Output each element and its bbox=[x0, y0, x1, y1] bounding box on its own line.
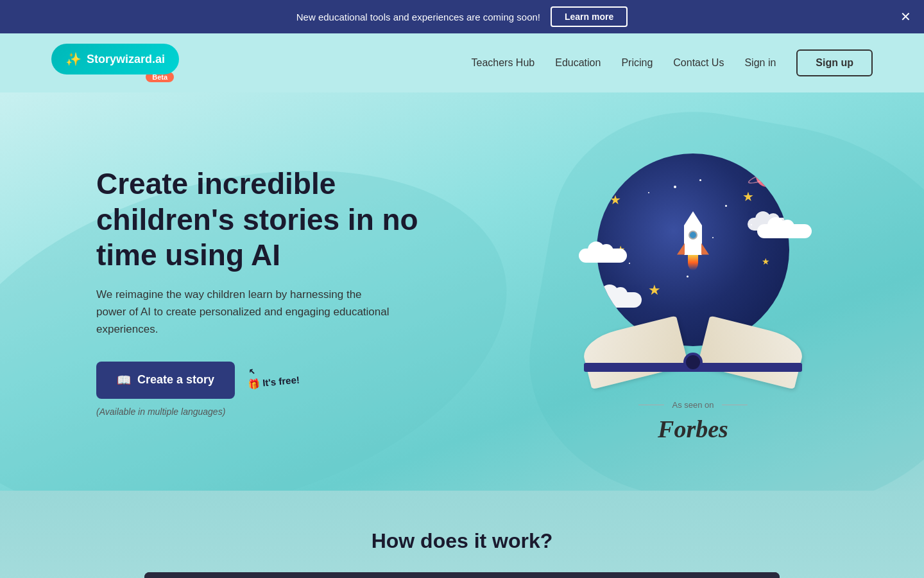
rocket-tip bbox=[684, 211, 702, 225]
arrow-icon: ↖ bbox=[247, 366, 255, 377]
star-2 bbox=[648, 192, 649, 193]
gift-icon: 🎁 bbox=[247, 377, 260, 389]
how-title: How does it work? bbox=[51, 529, 873, 553]
nav-item-education[interactable]: Education bbox=[555, 57, 601, 69]
rocket-window bbox=[689, 231, 697, 240]
logo[interactable]: ✨ Storywizard.ai bbox=[51, 44, 179, 74]
free-annotation: ↖ 🎁 It's free! bbox=[248, 362, 300, 388]
hero-subtitle: We reimagine the way children learn by h… bbox=[96, 286, 391, 338]
forbes-logo-text: Forbes bbox=[658, 415, 728, 443]
nav-links: Teachers Hub Education Pricing Contact U… bbox=[471, 49, 873, 76]
cta-area: 📖 Create a story ↖ 🎁 It's free! (Availab… bbox=[96, 362, 456, 417]
night-sky-circle: ★ ★ ★ ★ ★ bbox=[597, 153, 789, 346]
contact-link[interactable]: Contact Us bbox=[673, 57, 724, 68]
star-3 bbox=[725, 205, 727, 207]
wizard-icon: ✨ bbox=[65, 51, 81, 67]
signin-link[interactable]: Sign in bbox=[744, 57, 776, 68]
star-8 bbox=[712, 237, 714, 238]
announcement-banner: New educational tools and experiences ar… bbox=[0, 0, 924, 33]
hero-section: Create incredible children's stories in … bbox=[0, 92, 924, 491]
star-9 bbox=[687, 276, 689, 277]
gold-star-5: ★ bbox=[762, 256, 770, 267]
gold-star-1: ★ bbox=[610, 192, 621, 207]
hero-right: ★ ★ ★ ★ ★ bbox=[558, 141, 828, 443]
main-nav: ✨ Storywizard.ai Beta Teachers Hub Educa… bbox=[0, 33, 924, 92]
video-header: ✨ Storywizard - Be the hero! ↗ Share bbox=[144, 572, 780, 578]
logo-container: ✨ Storywizard.ai Beta bbox=[51, 44, 179, 82]
signup-button[interactable]: Sign up bbox=[796, 49, 873, 76]
cta-row: 📖 Create a story ↖ 🎁 It's free! bbox=[96, 362, 456, 399]
hero-title: Create incredible children's stories in … bbox=[96, 166, 456, 273]
rocket-fin-right bbox=[701, 243, 709, 255]
star-6 bbox=[629, 263, 630, 264]
hero-left: Create incredible children's stories in … bbox=[96, 166, 456, 416]
planet bbox=[756, 165, 778, 187]
book-left-page bbox=[579, 315, 689, 389]
cloud-left bbox=[597, 292, 642, 308]
logo-text: Storywizard.ai bbox=[87, 53, 165, 66]
rocket-fin-left bbox=[677, 243, 685, 255]
learn-more-button[interactable]: Learn more bbox=[551, 6, 628, 27]
rocket-body bbox=[684, 225, 702, 255]
hero-content: Create incredible children's stories in … bbox=[45, 102, 879, 482]
create-story-label: Create a story bbox=[137, 373, 214, 387]
nav-item-teachers-hub[interactable]: Teachers Hub bbox=[471, 57, 535, 69]
book-spine-circle bbox=[683, 353, 703, 372]
nav-item-signin[interactable]: Sign in bbox=[744, 57, 776, 69]
as-seen-on-text: As seen on bbox=[638, 400, 747, 410]
rocket-wrapper bbox=[684, 211, 702, 270]
how-section: How does it work? ✨ Storywizard - Be the… bbox=[0, 491, 924, 578]
star-5 bbox=[699, 179, 701, 181]
pricing-link[interactable]: Pricing bbox=[621, 57, 653, 68]
cloud-outer-right bbox=[757, 224, 812, 238]
gold-star-4: ★ bbox=[742, 189, 754, 204]
nav-item-signup[interactable]: Sign up bbox=[796, 49, 873, 76]
rocket-flame bbox=[688, 255, 698, 270]
star-10 bbox=[744, 166, 746, 168]
create-story-button[interactable]: 📖 Create a story bbox=[96, 362, 235, 399]
announcement-text: New educational tools and experiences ar… bbox=[296, 12, 540, 22]
rocket bbox=[684, 211, 702, 270]
its-free-text: 🎁 It's free! bbox=[247, 374, 300, 390]
education-link[interactable]: Education bbox=[555, 57, 601, 68]
nav-item-contact[interactable]: Contact Us bbox=[673, 57, 724, 69]
nav-item-pricing[interactable]: Pricing bbox=[621, 57, 653, 69]
planet-ring bbox=[747, 166, 785, 186]
video-container: ✨ Storywizard - Be the hero! ↗ Share bbox=[144, 572, 780, 578]
illustration: ★ ★ ★ ★ ★ bbox=[571, 141, 815, 385]
star-7 bbox=[674, 186, 676, 188]
gold-star-3: ★ bbox=[648, 282, 661, 299]
book-icon: 📖 bbox=[117, 373, 131, 387]
available-languages-text: (Available in multiple languages) bbox=[96, 407, 456, 417]
forbes-section: As seen on Forbes bbox=[638, 400, 747, 443]
star-1 bbox=[622, 173, 624, 175]
close-announcement-button[interactable]: ✕ bbox=[900, 10, 911, 23]
cloud-outer-left bbox=[579, 249, 627, 263]
book-right-page bbox=[697, 315, 807, 389]
teachers-hub-link[interactable]: Teachers Hub bbox=[471, 57, 535, 68]
